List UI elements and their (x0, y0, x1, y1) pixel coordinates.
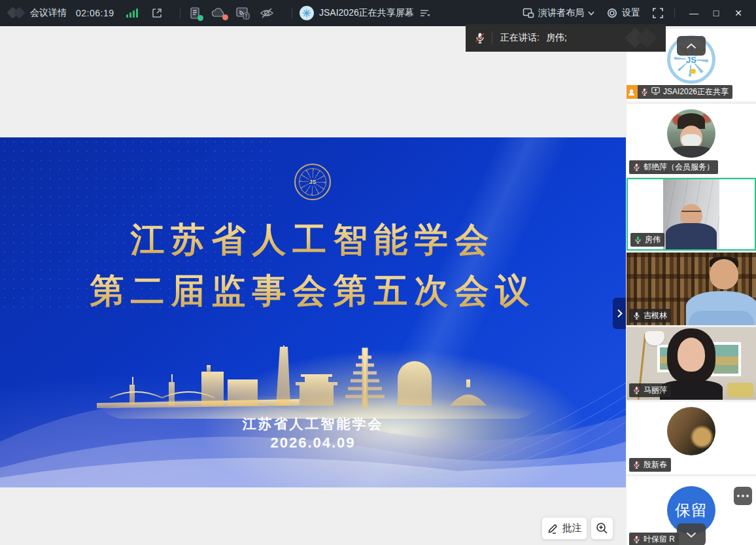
participant-name: 吉根林 (644, 310, 667, 321)
gear-icon (606, 7, 618, 19)
participant-label: 马丽萍 (629, 383, 671, 397)
chevron-down-icon (588, 11, 594, 16)
speaking-label: 正在讲话: (500, 32, 540, 44)
participant-more-button[interactable] (734, 487, 752, 505)
participants-sidebar: JS JSAI2026正在共享 (627, 26, 756, 545)
muted-mic-icon (475, 32, 485, 44)
speaking-toast: 正在讲话: 房伟; (466, 24, 666, 52)
cloud-icon[interactable] (211, 7, 226, 19)
muted-mic-icon (633, 461, 640, 469)
slide-title-line1: 江苏省人工智能学会 (0, 217, 626, 263)
share-list-dropdown-icon[interactable] (419, 9, 431, 18)
meeting-details-button[interactable]: 会议详情 (30, 7, 67, 19)
settings-button-label: 设置 (622, 7, 640, 19)
participant-name: 殷新春 (644, 459, 667, 470)
city-skyline-graphic (84, 345, 541, 419)
participant-name: 郁艳萍（会员服务） (644, 162, 714, 173)
meeting-app-window: 会议详情 02:06:19 T (0, 0, 756, 545)
scroll-down-button[interactable] (677, 523, 706, 545)
pen-icon (547, 523, 558, 534)
speaking-mic-icon (634, 236, 642, 244)
participant-label: 吉根林 (629, 309, 671, 323)
app-logo-icon (8, 7, 25, 19)
hide-view-icon[interactable] (259, 7, 275, 20)
chevron-down-icon (686, 532, 696, 538)
watermark-logo-icon (624, 28, 661, 48)
next-page-tab[interactable] (613, 298, 626, 329)
open-external-icon[interactable] (151, 7, 163, 19)
participant-name: 房伟 (645, 234, 661, 245)
participant-tile-jigenlin[interactable]: 吉根林 (627, 253, 756, 325)
sharing-title: JSAI2026正在共享屏幕 (319, 7, 414, 19)
annotate-button[interactable]: 批注 (541, 517, 587, 540)
sharer-avatar (300, 6, 314, 20)
mic-icon (633, 311, 640, 320)
participant-photo-avatar (667, 407, 715, 455)
meeting-timer: 02:06:19 (76, 8, 114, 18)
network-signal-icon[interactable] (126, 9, 138, 18)
society-emblem: JS (294, 164, 331, 200)
host-badge-icon (627, 85, 638, 99)
participant-name: JSAI2026正在共享 (663, 86, 729, 97)
participant-tile-yinxinchun[interactable]: 殷新春 (627, 402, 756, 474)
layout-button[interactable]: 演讲者布局 (523, 7, 594, 19)
participant-label: 郁艳萍（会员服务） (629, 160, 718, 174)
slide-footer-org: 江苏省人工智能学会 (0, 415, 626, 433)
participant-label: 殷新春 (629, 458, 671, 472)
slide-footer-date: 2026.04.09 (0, 434, 626, 451)
cloud-status-dot (222, 14, 228, 20)
svg-text:T: T (245, 14, 248, 18)
participant-name: 叶保留 R (644, 534, 675, 545)
annotate-button-label: 批注 (562, 522, 582, 535)
window-maximize-button[interactable]: □ (705, 0, 727, 26)
muted-mic-icon (641, 88, 648, 96)
layout-button-label: 演讲者布局 (538, 7, 584, 19)
document-record-icon[interactable] (188, 7, 201, 20)
slide-title-line2: 第二届监事会第五次会议 (0, 268, 626, 314)
magnifier-plus-icon (596, 522, 608, 535)
participant-label: 房伟 (630, 233, 664, 247)
window-minimize-button[interactable]: — (683, 0, 705, 26)
participant-photo-avatar (667, 109, 715, 158)
screen-share-icon (651, 87, 660, 97)
window-close-button[interactable]: ✕ (727, 0, 749, 26)
participant-tile-yuyanping[interactable]: 郁艳萍（会员服务） (627, 104, 756, 177)
muted-mic-icon (633, 386, 640, 395)
muted-mic-icon (633, 163, 640, 171)
emblem-monogram: JS (309, 179, 316, 185)
logo-monogram: JS (686, 55, 696, 65)
participant-label: 叶保留 R (629, 533, 679, 545)
zoom-in-button[interactable] (591, 517, 613, 540)
chevron-right-icon (617, 309, 623, 318)
muted-mic-icon (633, 535, 640, 544)
participant-label: JSAI2026正在共享 (629, 85, 732, 99)
titlebar: 会议详情 02:06:19 T (0, 0, 756, 26)
shared-screen-slide: JS 江苏省人工智能学会 第二届监事会第五次会议 (0, 137, 626, 487)
participant-tile-fangwei[interactable]: 房伟 (627, 178, 756, 251)
document-status-dot (198, 15, 203, 21)
cast-screen-icon[interactable]: T (235, 7, 250, 20)
fullscreen-button[interactable] (652, 7, 664, 19)
settings-button[interactable]: 设置 (606, 7, 640, 19)
scroll-up-button[interactable] (677, 36, 706, 56)
participant-tile-maliping[interactable]: 马丽萍 (627, 327, 756, 400)
participant-video (663, 179, 719, 249)
participant-name: 马丽萍 (644, 385, 667, 396)
chevron-up-icon (686, 43, 696, 49)
speaker-names: 房伟; (546, 32, 567, 44)
